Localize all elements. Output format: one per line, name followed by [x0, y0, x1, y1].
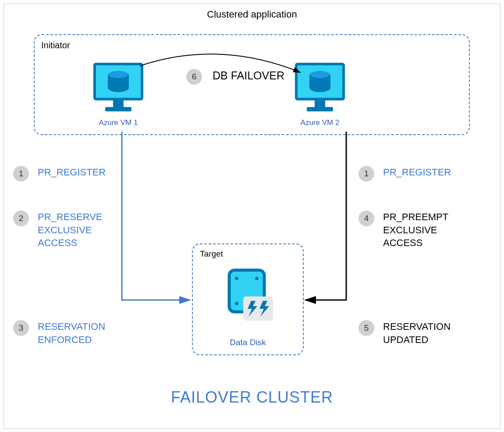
badge-number: 6 — [186, 69, 202, 85]
svg-point-15 — [235, 277, 238, 280]
badge-number: 1 — [13, 166, 29, 182]
vm1-label: Azure VM 1 — [92, 118, 145, 127]
svg-point-6 — [109, 71, 128, 78]
svg-rect-19 — [243, 296, 273, 321]
vm2-label: Azure VM 2 — [294, 118, 346, 127]
step4-right: 4 PR_PREEMPT EXCLUSIVE ACCESS — [358, 211, 448, 250]
step1-left: 1 PR_REGISTER — [13, 166, 106, 182]
footer-title: FAILOVER CLUSTER — [0, 388, 504, 407]
step-label: RESERVATION ENFORCED — [38, 320, 105, 346]
badge-number: 3 — [13, 320, 29, 336]
step-label: RESERVATION UPDATED — [383, 320, 451, 346]
svg-rect-9 — [307, 107, 333, 111]
svg-rect-1 — [113, 99, 124, 107]
step2-left: 2 PR_RESERVE EXCLUSIVE ACCESS — [13, 211, 103, 250]
step3-left: 3 RESERVATION ENFORCED — [13, 320, 105, 346]
step6-badge: 6 — [186, 69, 202, 85]
badge-number: 4 — [358, 211, 374, 226]
svg-point-12 — [309, 83, 330, 92]
step-label: PR_PREEMPT EXCLUSIVE ACCESS — [383, 211, 448, 250]
svg-point-17 — [235, 302, 238, 305]
svg-point-13 — [310, 71, 330, 78]
failover-label: DB FAILOVER — [213, 69, 284, 82]
svg-point-5 — [108, 83, 129, 92]
svg-rect-2 — [105, 107, 131, 111]
target-label: Target — [200, 249, 223, 259]
svg-rect-8 — [315, 99, 325, 107]
step5-right: 5 RESERVATION UPDATED — [358, 320, 451, 346]
step-label: PR_RESERVE EXCLUSIVE ACCESS — [38, 211, 103, 250]
badge-number: 2 — [13, 211, 29, 226]
diagram-title: Clustered application — [0, 9, 504, 20]
badge-number: 5 — [358, 320, 374, 336]
disk-label: Data Disk — [192, 338, 304, 347]
step-label: PR_REGISTER — [38, 166, 106, 179]
step1-right: 1 PR_REGISTER — [358, 166, 451, 182]
azure-vm1-icon — [92, 61, 145, 118]
badge-number: 1 — [358, 166, 374, 182]
data-disk-icon — [221, 267, 278, 325]
step-label: PR_REGISTER — [383, 166, 451, 179]
svg-point-16 — [255, 277, 259, 280]
azure-vm2-icon — [294, 61, 346, 118]
initiator-label: Initiator — [41, 40, 70, 50]
